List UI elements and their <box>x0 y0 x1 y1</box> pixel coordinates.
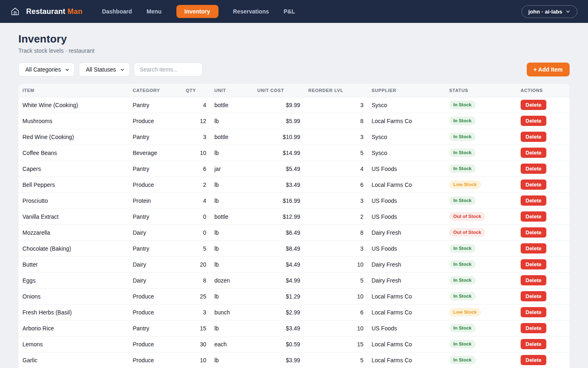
unit-cell: lb <box>210 320 253 336</box>
item-cell: Butter <box>18 256 129 272</box>
qty-cell: 10 <box>182 145 210 161</box>
delete-button[interactable]: Delete <box>521 323 546 333</box>
qty-cell: 5 <box>182 240 210 256</box>
qty-cell: 15 <box>182 320 210 336</box>
status-cell: In Stock <box>445 193 517 209</box>
item-cell: Bell Peppers <box>18 177 129 193</box>
status-cell: In Stock <box>445 288 517 304</box>
unit-cost-cell: $3.49 <box>253 177 304 193</box>
qty-cell: 6 <box>182 161 210 177</box>
delete-button[interactable]: Delete <box>521 180 546 190</box>
category-cell: Dairy <box>129 224 182 240</box>
status-badge: Low Stock <box>449 180 481 189</box>
chevron-down-icon <box>120 67 125 72</box>
delete-button[interactable]: Delete <box>521 339 546 349</box>
category-cell: Pantry <box>129 209 182 224</box>
category-filter-value: All Categories <box>25 66 61 73</box>
status-cell: In Stock <box>445 320 517 336</box>
qty-cell: 30 <box>182 336 210 352</box>
qty-cell: 3 <box>182 129 210 145</box>
supplier-cell: US Foods <box>368 209 445 224</box>
unit-cell: jar <box>210 161 253 177</box>
item-cell: Vanilla Extract <box>18 209 129 224</box>
delete-button[interactable]: Delete <box>521 195 546 206</box>
delete-button[interactable]: Delete <box>521 132 546 142</box>
table-row: Butter Dairy 20 lb $4.49 10 Dairy Fresh … <box>18 256 570 272</box>
nav-item-menu[interactable]: Menu <box>147 8 162 15</box>
delete-button[interactable]: Delete <box>521 100 546 110</box>
table-row: Red Wine (Cooking) Pantry 3 bottle $10.9… <box>18 129 570 145</box>
reorder-lvl-cell: 6 <box>304 304 368 320</box>
table-row: Bell Peppers Produce 2 lb $3.49 6 Local … <box>18 177 570 193</box>
unit-cost-cell: $4.49 <box>253 256 304 272</box>
delete-button[interactable]: Delete <box>521 148 546 158</box>
nav-item-inventory[interactable]: Inventory <box>176 5 218 18</box>
unit-cell: bunch <box>210 304 253 320</box>
supplier-cell: US Foods <box>368 161 445 177</box>
supplier-cell: US Foods <box>368 193 445 209</box>
delete-button[interactable]: Delete <box>521 307 546 317</box>
delete-button[interactable]: Delete <box>521 275 546 285</box>
category-cell: Protein <box>129 193 182 209</box>
table-row: Vanilla Extract Pantry 0 bottle $12.99 2… <box>18 209 570 224</box>
item-cell: White Wine (Cooking) <box>18 97 129 113</box>
qty-cell: 4 <box>182 193 210 209</box>
column-header-unit-cost: UNIT COST <box>253 84 304 97</box>
nav-item-dashboard[interactable]: Dashboard <box>102 8 132 15</box>
status-cell: Low Stock <box>445 304 517 320</box>
qty-cell: 20 <box>182 256 210 272</box>
supplier-cell: Dairy Fresh <box>368 256 445 272</box>
supplier-cell: US Foods <box>368 320 445 336</box>
category-cell: Pantry <box>129 161 182 177</box>
brand-logo[interactable]: Restaurant Man <box>26 7 82 16</box>
supplier-cell: Local Farms Co <box>368 304 445 320</box>
category-cell: Produce <box>129 336 182 352</box>
status-cell: In Stock <box>445 145 517 161</box>
category-cell: Produce <box>129 113 182 129</box>
add-item-button[interactable]: + Add Item <box>527 63 570 76</box>
unit-cost-cell: $8.49 <box>253 240 304 256</box>
home-icon[interactable] <box>11 7 20 16</box>
actions-cell: Delete <box>517 304 570 320</box>
item-cell: Capers <box>18 161 129 177</box>
table-row: Lemons Produce 30 each $0.59 15 Local Fa… <box>18 336 570 352</box>
delete-button[interactable]: Delete <box>521 243 546 254</box>
user-menu-button[interactable]: john · ai-labs <box>521 5 577 18</box>
qty-cell: 25 <box>182 288 210 304</box>
nav-item-pnl[interactable]: P&L <box>283 8 295 15</box>
status-cell: In Stock <box>445 352 517 368</box>
category-filter-select[interactable]: All Categories <box>18 63 75 76</box>
nav-item-reservations[interactable]: Reservations <box>233 8 269 15</box>
supplier-cell: Sysco <box>368 145 445 161</box>
chevron-down-icon <box>566 9 570 14</box>
table-header: ITEM CATEGORY QTY UNIT UNIT COST REORDER… <box>18 84 570 97</box>
search-input[interactable] <box>134 63 203 76</box>
delete-button[interactable]: Delete <box>521 116 546 126</box>
delete-button[interactable]: Delete <box>521 164 546 174</box>
category-cell: Produce <box>129 304 182 320</box>
delete-button[interactable]: Delete <box>521 211 546 222</box>
status-badge: In Stock <box>449 276 476 285</box>
status-badge: In Stock <box>449 196 476 205</box>
item-cell: Garlic <box>18 352 129 368</box>
actions-cell: Delete <box>517 177 570 193</box>
table-row: White Wine (Cooking) Pantry 4 bottle $9.… <box>18 97 570 113</box>
unit-cost-cell: $5.49 <box>253 161 304 177</box>
supplier-cell: Dairy Fresh <box>368 272 445 288</box>
table-row: Fresh Herbs (Basil) Produce 3 bunch $2.9… <box>18 304 570 320</box>
column-header-status: STATUS <box>445 84 517 97</box>
item-cell: Onions <box>18 288 129 304</box>
supplier-cell: Sysco <box>368 97 445 113</box>
unit-cost-cell: $16.99 <box>253 193 304 209</box>
delete-button[interactable]: Delete <box>521 259 546 269</box>
status-cell: In Stock <box>445 97 517 113</box>
supplier-cell: Local Farms Co <box>368 177 445 193</box>
unit-cost-cell: $12.99 <box>253 209 304 224</box>
status-filter-select[interactable]: All Statuses <box>79 63 130 76</box>
unit-cell: lb <box>210 256 253 272</box>
delete-button[interactable]: Delete <box>521 291 546 301</box>
top-navbar: Restaurant Man Dashboard Menu Inventory … <box>0 0 588 23</box>
delete-button[interactable]: Delete <box>521 355 546 365</box>
qty-cell: 12 <box>182 113 210 129</box>
delete-button[interactable]: Delete <box>521 227 546 238</box>
